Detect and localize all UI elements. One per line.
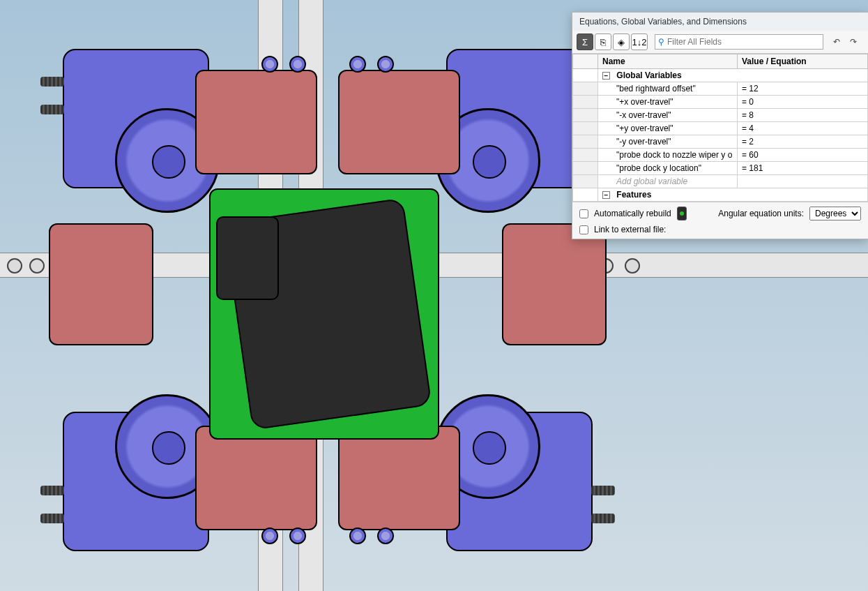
link-external-checkbox[interactable] [579, 225, 588, 234]
equations-table: Name Value / Equation − Global Variables… [572, 54, 868, 202]
row-header-spacer [573, 54, 598, 69]
dialog-title: Equations, Global Variables, and Dimensi… [572, 13, 868, 31]
redo-button[interactable]: ↷ [847, 36, 860, 48]
var-value-cell[interactable]: = 60 [738, 149, 868, 162]
var-value-cell[interactable]: = 4 [738, 122, 868, 135]
dimensions-button[interactable]: ◈ [613, 33, 630, 50]
link-button[interactable]: ⎘ [595, 33, 611, 50]
var-name-cell[interactable]: "bed rightward offset" [598, 82, 738, 96]
auto-rebuild-checkbox[interactable] [579, 209, 588, 218]
var-value-cell[interactable]: = 181 [738, 162, 868, 175]
group-features[interactable]: − Features [598, 188, 868, 202]
dialog-toolbar: Σ ⎘ ◈ 1↓2 ⚲ ↶ ↷ [572, 31, 868, 54]
sigma-button[interactable]: Σ [577, 33, 593, 50]
equations-dialog: Equations, Global Variables, and Dimensi… [572, 12, 868, 239]
dialog-footer: Automatically rebuild Angular equation u… [572, 202, 868, 239]
var-value-cell[interactable]: = 8 [738, 109, 868, 122]
group-global-variables[interactable]: − Global Variables [598, 69, 868, 82]
filter-icon: ⚲ [658, 37, 664, 47]
collapse-icon[interactable]: − [602, 191, 610, 199]
collapse-icon[interactable]: − [602, 72, 610, 80]
var-name-cell[interactable]: "+x over-travel" [598, 96, 738, 109]
var-value-cell[interactable]: = 0 [738, 96, 868, 109]
assembly-frame [49, 49, 607, 591]
filter-input[interactable] [667, 37, 820, 47]
link-external-label: Link to external file: [594, 225, 666, 234]
var-value-cell[interactable]: = 12 [738, 82, 868, 96]
var-value-cell[interactable]: = 2 [738, 135, 868, 149]
angular-units-select[interactable]: Degrees [809, 207, 861, 220]
filter-field[interactable]: ⚲ [655, 34, 823, 50]
var-name-cell[interactable]: "+y over-travel" [598, 122, 738, 135]
var-name-cell[interactable]: "probe dock y location" [598, 162, 738, 175]
var-name-cell[interactable]: "probe dock to nozzle wiper y o [598, 149, 738, 162]
rebuild-status-icon [677, 207, 687, 220]
add-variable-row[interactable]: Add global variable [598, 175, 738, 188]
undo-button[interactable]: ↶ [830, 36, 843, 48]
var-name-cell[interactable]: "-x over-travel" [598, 109, 738, 122]
sort-button[interactable]: 1↓2 [631, 33, 648, 50]
col-value[interactable]: Value / Equation [738, 54, 868, 69]
angular-units-label: Angular equation units: [718, 209, 804, 218]
col-name[interactable]: Name [598, 54, 738, 69]
auto-rebuild-label: Automatically rebuild [594, 209, 671, 218]
var-name-cell[interactable]: "-y over-travel" [598, 135, 738, 149]
